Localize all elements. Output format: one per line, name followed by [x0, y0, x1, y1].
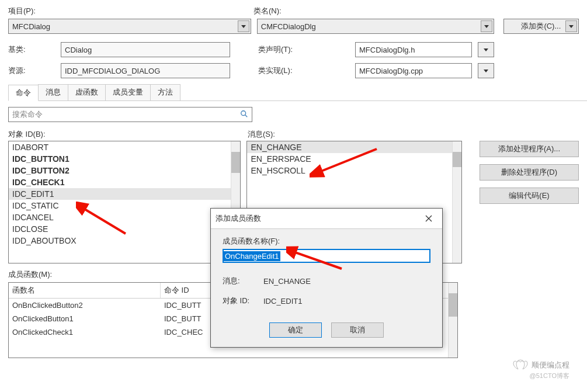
list-item[interactable]: IDC_CHECK1 [9, 176, 240, 188]
list-item[interactable]: IDC_EDIT1 [9, 188, 240, 200]
tab-2[interactable]: 虚函数 [68, 84, 106, 100]
dlg-oid-value: IDC_EDIT1 [263, 297, 302, 306]
classname-combo[interactable]: CMFCDialogDlg [257, 19, 494, 34]
list-item[interactable]: IDCANCEL [9, 211, 240, 223]
res-value: IDD_MFCDIALOG_DIALOG [61, 63, 230, 78]
res-label: 资源: [8, 65, 55, 76]
chevron-down-icon[interactable] [238, 20, 249, 32]
search-icon [240, 110, 248, 120]
dlg-msg-label: 消息: [223, 276, 263, 286]
impl-dropdown-button[interactable] [478, 63, 494, 78]
chevron-down-icon[interactable] [481, 20, 492, 32]
dlg-oid-label: 对象 ID: [223, 296, 263, 306]
decl-combo[interactable]: MFCDialogDlg.h [355, 42, 472, 57]
list-item[interactable]: IDABORT [9, 141, 240, 153]
add-class-button[interactable]: 添加类(C)... [503, 19, 579, 34]
scrollbar[interactable] [452, 141, 461, 263]
add-handler-button[interactable]: 添加处理程序(A)... [480, 141, 579, 157]
member-name-input[interactable]: OnChangeEdit1 [223, 249, 430, 263]
chevron-down-icon[interactable] [565, 20, 577, 32]
impl-label: 类实现(L): [258, 65, 322, 76]
impl-combo[interactable]: MFCDialogDlg.cpp [355, 63, 472, 78]
project-combo[interactable]: MFCDialog [8, 19, 251, 34]
tab-bar: 命令消息虚函数成员变量方法 [8, 84, 587, 101]
list-item[interactable]: IDC_STATIC [9, 200, 240, 211]
tab-0[interactable]: 命令 [8, 85, 39, 101]
col-fn[interactable]: 函数名 [9, 283, 161, 298]
list-item[interactable]: IDC_BUTTON1 [9, 153, 240, 165]
classname-value: CMFCDialogDlg [261, 22, 316, 31]
ok-button[interactable]: 确定 [269, 322, 322, 338]
member-name-label: 成员函数名称(F): [223, 236, 430, 247]
svg-point-0 [241, 110, 246, 115]
edit-code-button[interactable]: 编辑代码(E) [480, 188, 579, 204]
objects-listbox[interactable]: IDABORTIDC_BUTTON1IDC_BUTTON2IDC_CHECK1I… [8, 141, 241, 263]
svg-line-1 [245, 115, 248, 117]
messages-label: 消息(S): [248, 129, 464, 140]
list-item[interactable]: IDC_BUTTON2 [9, 165, 240, 176]
decl-dropdown-button[interactable] [478, 42, 494, 57]
close-button[interactable] [420, 212, 437, 225]
list-item[interactable]: EN_HSCROLL [247, 165, 461, 176]
list-item[interactable]: IDCLOSE [9, 223, 240, 235]
scrollbar[interactable] [448, 283, 457, 358]
list-item[interactable]: EN_ERRSPACE [247, 153, 461, 165]
list-item[interactable]: EN_CHANGE [247, 141, 461, 153]
objects-label: 对象 ID(B): [8, 129, 248, 140]
base-value: CDialog [61, 42, 230, 57]
tab-3[interactable]: 成员变量 [105, 84, 151, 100]
decl-label: 类声明(T): [258, 44, 322, 55]
search-input[interactable]: 搜索命令 [8, 107, 252, 122]
dialog-title: 添加成员函数 [216, 213, 261, 224]
watermark: 顺便编点程 @51CTO博客 [513, 359, 569, 380]
tab-4[interactable]: 方法 [150, 84, 180, 100]
classname-label: 类名(N): [253, 6, 282, 16]
list-item[interactable]: IDD_ABOUTBOX [9, 235, 240, 247]
cancel-button[interactable]: 取消 [331, 322, 384, 338]
add-member-dialog: 添加成员函数 成员函数名称(F): OnChangeEdit1 消息: EN_C… [210, 208, 443, 348]
project-label: 项目(P): [8, 6, 36, 16]
tab-1[interactable]: 消息 [38, 84, 68, 100]
dlg-msg-value: EN_CHANGE [263, 277, 311, 286]
project-value: MFCDialog [12, 22, 50, 31]
delete-handler-button[interactable]: 删除处理程序(D) [480, 164, 579, 181]
base-label: 基类: [8, 44, 55, 55]
